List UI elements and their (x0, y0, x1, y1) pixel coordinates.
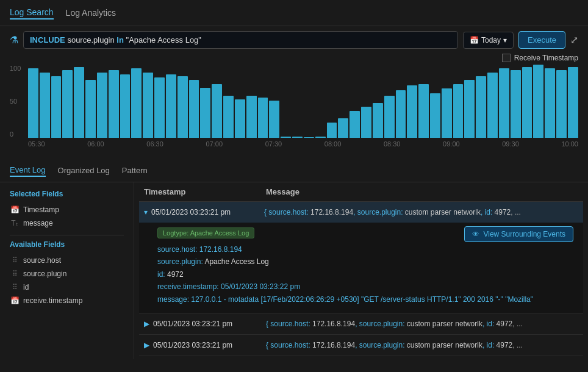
chart-bar-7 (109, 70, 119, 138)
detail-fields: source.host: 172.16.8.194 source.plugin:… (157, 243, 573, 306)
chart-bar-15 (200, 88, 210, 138)
grid-icon-id: ⠿ (10, 283, 20, 292)
chart-bar-14 (189, 80, 199, 138)
expand-arrow-1[interactable]: ▾ (144, 208, 148, 216)
search-input-wrapper[interactable]: INCLUDE source.plugin In "Apache Access … (23, 31, 458, 49)
chart-bar-35 (430, 93, 440, 138)
view-surrounding-events-button[interactable]: 👁 View Surrounding Events (464, 226, 573, 242)
nav-tab-log-search[interactable]: Log Search (10, 6, 54, 20)
search-query: INCLUDE source.plugin In "Apache Access … (30, 35, 201, 45)
chart-bar-45 (545, 68, 555, 138)
chart-bar-9 (131, 68, 142, 138)
log-row-1: ▾ 05/01/2023 03:23:21 pm { source.host: … (139, 202, 583, 313)
chart-bar-18 (235, 99, 245, 138)
nav-tab-log-analytics[interactable]: Log Analytics (66, 7, 117, 19)
sub-tab-pattern[interactable]: Pattern (122, 165, 148, 176)
x-label-0900: 09:00 (443, 140, 460, 148)
chart-bar-39 (476, 76, 486, 138)
expand-icon[interactable]: ⤢ (570, 34, 578, 46)
chart-bar-41 (499, 68, 509, 138)
chart-bar-10 (143, 73, 153, 138)
kw-in: In (117, 35, 124, 45)
date-picker[interactable]: 📅 Today ▾ (463, 32, 514, 49)
chart-bar-12 (166, 74, 176, 138)
top-navigation: Log Search Log Analytics (0, 0, 588, 26)
x-label-0800: 08:00 (324, 140, 342, 148)
chart-bar-40 (487, 73, 498, 138)
x-label-0630: 06:30 (146, 140, 163, 148)
query-field: source.plugin (67, 35, 117, 45)
field-receive-timestamp[interactable]: 📅 receive.timestamp (10, 294, 124, 307)
field-label-timestamp: Timestamp (23, 206, 59, 214)
receive-timestamp-checkbox[interactable] (502, 54, 511, 62)
chart-bar-44 (533, 65, 543, 138)
chart-bar-28 (350, 111, 360, 138)
sub-tab-organized-log[interactable]: Organized Log (58, 165, 110, 176)
chart-container: 100 50 0 05:30 06:00 06:30 07:00 07:30 0… (0, 65, 588, 159)
y-label-100: 100 (10, 65, 21, 72)
query-value: "Apache Access Log" (126, 35, 201, 45)
kw-include: INCLUDE (30, 35, 65, 45)
chart-bar-23 (292, 137, 303, 138)
expand-arrow-3[interactable]: ▶ (144, 341, 149, 349)
chart-bar-0 (28, 68, 38, 138)
chart-x-labels: 05:30 06:00 06:30 07:00 07:30 08:00 08:3… (28, 138, 578, 148)
chart-bar-5 (85, 80, 96, 138)
field-timestamp[interactable]: 📅 Timestamp (10, 203, 124, 216)
filter-icon: ⚗ (10, 34, 18, 46)
chart-bar-3 (62, 70, 73, 138)
timestamp-row: Receive Timestamp (0, 54, 588, 65)
chart-bar-6 (97, 73, 107, 138)
log-message-3: { source.host: 172.16.8.194, source.plug… (266, 341, 578, 349)
grid-icon-sp: ⠿ (10, 270, 20, 278)
chart-bar-4 (74, 67, 84, 138)
sub-tab-event-log[interactable]: Event Log (10, 164, 46, 177)
chart-bar-37 (453, 84, 464, 138)
field-source-plugin[interactable]: ⠿ source.plugin (10, 267, 124, 281)
chart-bar-8 (120, 74, 131, 138)
calendar-icon-ts: 📅 (10, 206, 20, 214)
chart-bar-16 (212, 84, 222, 138)
chart-area (28, 65, 578, 138)
chart-bar-31 (384, 96, 395, 138)
chart-bar-2 (51, 76, 62, 138)
chart-bar-38 (464, 80, 475, 138)
x-label-1000: 10:00 (561, 140, 578, 148)
chart-bar-30 (373, 103, 383, 138)
x-label-0530: 05:30 (28, 140, 45, 148)
selected-fields-title: Selected Fields (10, 190, 124, 198)
chart-y-labels: 100 50 0 (10, 65, 21, 138)
chart-bar-1 (40, 73, 50, 138)
log-message-1: { source.host: 172.16.8.194, source.plug… (264, 208, 578, 216)
chart-bar-43 (522, 67, 532, 138)
left-panel: Selected Fields 📅 Timestamp Tₜ message A… (0, 182, 134, 359)
available-fields-title: Available Fields (10, 240, 124, 249)
field-message[interactable]: Tₜ message (10, 216, 124, 230)
log-timestamp-2: 05/01/2023 03:23:21 pm (153, 320, 266, 328)
chart-bar-46 (556, 70, 567, 138)
receive-timestamp-label: Receive Timestamp (514, 54, 578, 62)
x-label-0830: 08:30 (384, 140, 401, 148)
chart-bar-47 (568, 67, 578, 138)
field-id[interactable]: ⠿ id (10, 281, 124, 294)
x-label-0600: 06:00 (87, 140, 104, 148)
chart-bar-42 (511, 70, 521, 138)
chart-bar-21 (269, 101, 279, 138)
detail-field-source-plugin: source.plugin: Apache Access Log (157, 256, 573, 268)
chart-bar-26 (327, 123, 337, 138)
main-content: Selected Fields 📅 Timestamp Tₜ message A… (0, 182, 588, 359)
calendar-icon-rt: 📅 (10, 296, 20, 305)
log-row-header-1[interactable]: ▾ 05/01/2023 03:23:21 pm { source.host: … (139, 202, 583, 223)
expand-arrow-2[interactable]: ▶ (144, 320, 149, 328)
execute-button[interactable]: Execute (518, 31, 565, 49)
x-label-0730: 07:30 (265, 140, 282, 148)
log-row-header-2[interactable]: ▶ 05/01/2023 03:23:21 pm { source.host: … (139, 313, 583, 334)
chart-bar-19 (246, 96, 257, 138)
field-label-id: id (23, 283, 29, 292)
field-source-host[interactable]: ⠿ source.host (10, 254, 124, 267)
log-row-header-3[interactable]: ▶ 05/01/2023 03:23:21 pm { source.host: … (139, 335, 583, 356)
field-label-source-plugin: source.plugin (23, 270, 66, 278)
detail-field-source-host: source.host: 172.16.8.194 (157, 243, 573, 256)
text-icon-msg: Tₜ (10, 219, 20, 227)
chart-bar-11 (154, 77, 165, 138)
